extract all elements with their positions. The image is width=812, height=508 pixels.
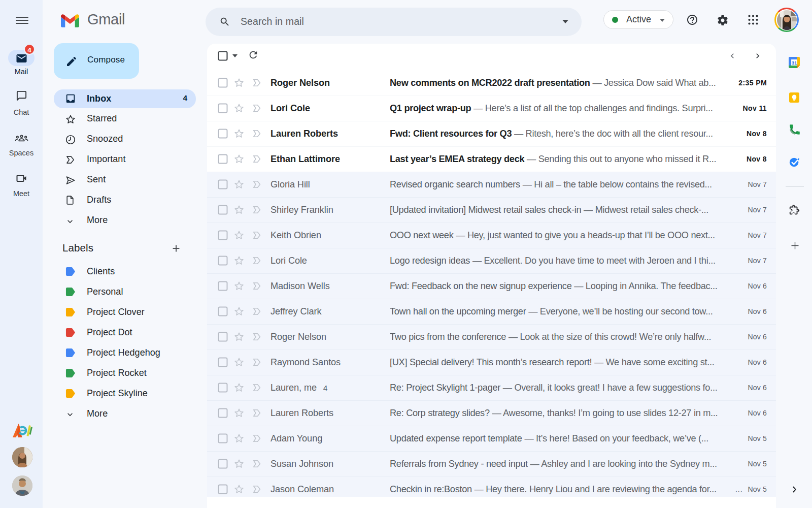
svg-text:31: 31 <box>792 60 797 66</box>
